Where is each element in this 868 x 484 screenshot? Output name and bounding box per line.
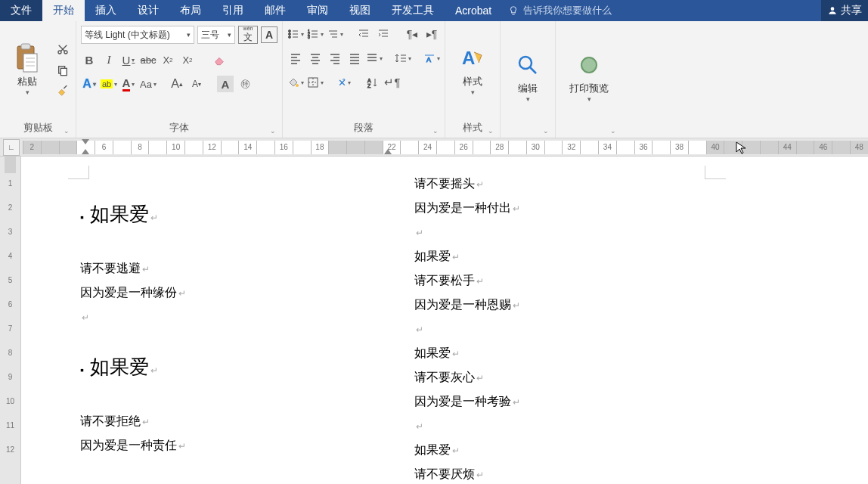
vruler-tick: 6 xyxy=(0,300,20,309)
column-right: 请不要摇头↵ 因为爱是一种付出↵ ↵ 如果爱↵ 请不要松手↵ 因为爱是一种恩赐↵… xyxy=(414,172,702,484)
ruler-tick: 40 xyxy=(706,141,724,154)
paragraph-text[interactable]: 因为爱是一种付出↵ xyxy=(414,196,702,220)
sort-button[interactable]: AZ xyxy=(364,74,381,91)
phonetic-guide-button[interactable]: wén文 xyxy=(238,26,258,44)
superscript-button[interactable]: X2 xyxy=(179,51,196,68)
share-button[interactable]: 共享 xyxy=(821,0,868,21)
font-size-combo[interactable]: 三号▾ xyxy=(197,26,235,44)
format-painter-button[interactable] xyxy=(54,83,71,100)
char-shading-button[interactable]: A xyxy=(217,76,234,92)
bullets-button[interactable]: ▾ xyxy=(287,26,304,42)
decrease-indent-button[interactable] xyxy=(355,26,372,42)
paragraph-text[interactable]: 因为爱是一种恩赐↵ xyxy=(414,293,702,317)
print-preview-button[interactable]: 打印预览 ▾ xyxy=(560,24,618,130)
paragraph-text[interactable]: 请不要松手↵ xyxy=(414,268,702,293)
align-right-button[interactable] xyxy=(327,50,343,67)
right-indent-marker[interactable] xyxy=(384,149,392,154)
vruler-tick: 4 xyxy=(0,252,20,260)
increase-indent-button[interactable] xyxy=(375,26,392,42)
copy-button[interactable] xyxy=(54,62,71,79)
vruler-tick: 12 xyxy=(0,445,20,454)
document-page[interactable]: 如果爱↵ 请不要逃避↵ 因为爱是一种缘份↵ ↵ 如果爱↵ 请不要拒绝↵ 因为爱是… xyxy=(21,157,868,484)
numbering-button[interactable]: 123▾ xyxy=(307,26,324,42)
tab-acrobat[interactable]: Acrobat xyxy=(445,0,502,21)
justify-button[interactable] xyxy=(346,50,363,67)
ltr-button[interactable]: ¶◂ xyxy=(404,26,420,42)
distributed-button[interactable]: ▾ xyxy=(366,50,383,67)
bold-button[interactable]: B xyxy=(81,51,98,68)
tab-selector[interactable]: ∟ xyxy=(3,139,20,156)
tab-file[interactable]: 文件 xyxy=(0,0,42,21)
align-left-icon xyxy=(290,52,302,64)
rtl-button[interactable]: ▸¶ xyxy=(423,26,440,42)
enclose-char-button[interactable]: ㊕ xyxy=(237,76,253,92)
paragraph-text[interactable]: 请不要灰心↵ xyxy=(414,365,702,389)
tab-mail[interactable]: 邮件 xyxy=(254,0,296,21)
highlight-button[interactable]: ab▾ xyxy=(101,76,117,92)
tab-devtools[interactable]: 开发工具 xyxy=(381,0,445,21)
align-center-button[interactable] xyxy=(307,50,324,67)
cut-button[interactable] xyxy=(54,41,71,57)
heading[interactable]: 如果爱↵ xyxy=(80,347,367,386)
shading-button[interactable]: ▾ xyxy=(287,74,304,91)
paste-button[interactable]: 粘贴 ▾ xyxy=(5,24,50,116)
paragraph-text[interactable]: ↵ xyxy=(414,317,702,341)
show-marks-button[interactable]: ↵¶ xyxy=(384,74,401,91)
paragraph-text[interactable]: 如果爱↵ xyxy=(414,244,702,268)
snap-to-grid-button[interactable]: A▾ xyxy=(423,50,440,67)
paragraph-text[interactable]: 因为爱是一种考验↵ xyxy=(414,389,702,414)
editing-button[interactable]: 编辑 ▾ xyxy=(505,24,550,130)
line-spacing-button[interactable]: ▾ xyxy=(395,50,411,67)
justify-icon xyxy=(349,52,361,64)
tab-design[interactable]: 设计 xyxy=(127,0,169,21)
heading[interactable]: 如果爱↵ xyxy=(80,194,367,234)
distributed-icon xyxy=(366,52,378,64)
first-line-indent-marker[interactable] xyxy=(82,139,89,144)
paragraph-text[interactable]: ↵ xyxy=(80,305,367,329)
text-effects-button[interactable]: A▾ xyxy=(81,76,98,92)
font-color-button[interactable]: A▾ xyxy=(120,76,137,92)
char-border-button[interactable]: A xyxy=(261,26,277,43)
styles-button[interactable]: A 样式 ▾ xyxy=(450,24,495,116)
tell-me-input[interactable]: 告诉我你想要做什么 xyxy=(502,0,821,21)
shrink-font-button[interactable]: A▾ xyxy=(188,76,205,92)
tab-home[interactable]: 开始 xyxy=(42,0,85,21)
horizontal-ruler[interactable]: ∟ 26810121416182224262830323436384044464… xyxy=(0,138,868,157)
tab-references[interactable]: 引用 xyxy=(212,0,254,21)
tab-layout[interactable]: 布局 xyxy=(169,0,212,21)
ribbon: 粘贴 ▾ 剪贴板 等线 Light (中文标题)▾ 三号▾ xyxy=(0,21,868,138)
paragraph-text[interactable]: 因为爱是一种缘份↵ xyxy=(80,281,367,305)
font-name-combo[interactable]: 等线 Light (中文标题)▾ xyxy=(81,26,194,44)
tab-view[interactable]: 视图 xyxy=(339,0,381,21)
svg-line-67 xyxy=(530,67,536,73)
paragraph-text[interactable]: ↵ xyxy=(414,220,702,244)
char-scaling-button[interactable]: ✕̂▾ xyxy=(336,74,352,91)
group-preview: 打印预览 ▾ xyxy=(556,21,622,138)
styles-button-label: 样式 xyxy=(463,75,482,88)
paragraph-text[interactable]: 如果爱↵ xyxy=(414,341,702,365)
align-left-button[interactable] xyxy=(287,50,304,67)
paragraph-text[interactable]: 请不要摇头↵ xyxy=(414,172,702,196)
paragraph-text[interactable]: 因为爱是一种责任↵ xyxy=(80,433,367,458)
paragraph-text[interactable]: 请不要拒绝↵ xyxy=(80,409,367,433)
subscript-button[interactable]: X2 xyxy=(160,51,176,68)
italic-button[interactable]: I xyxy=(101,51,117,68)
ruler-tick xyxy=(616,141,634,154)
vertical-ruler[interactable]: 123456789101112 xyxy=(0,157,21,484)
multilevel-list-button[interactable]: ▾ xyxy=(327,26,343,42)
borders-button[interactable]: ▾ xyxy=(307,74,324,91)
hanging-indent-marker[interactable] xyxy=(82,149,89,154)
paragraph-text[interactable]: 请不要厌烦↵ xyxy=(414,462,702,484)
tab-insert[interactable]: 插入 xyxy=(85,0,127,21)
grow-font-button[interactable]: A▴ xyxy=(169,76,185,92)
underline-button[interactable]: U▾ xyxy=(120,51,137,68)
paragraph-text[interactable]: ↵ xyxy=(414,414,702,438)
ruler-tick: 34 xyxy=(598,141,616,154)
tab-review[interactable]: 审阅 xyxy=(296,0,339,21)
clear-formatting-button[interactable] xyxy=(211,51,228,68)
paragraph-text[interactable]: 如果爱↵ xyxy=(414,438,702,462)
change-case-button[interactable]: Aa▾ xyxy=(140,76,157,92)
vruler-tick: 7 xyxy=(0,324,20,333)
paragraph-text[interactable]: 请不要逃避↵ xyxy=(80,256,367,281)
strikethrough-button[interactable]: abc xyxy=(140,51,157,68)
